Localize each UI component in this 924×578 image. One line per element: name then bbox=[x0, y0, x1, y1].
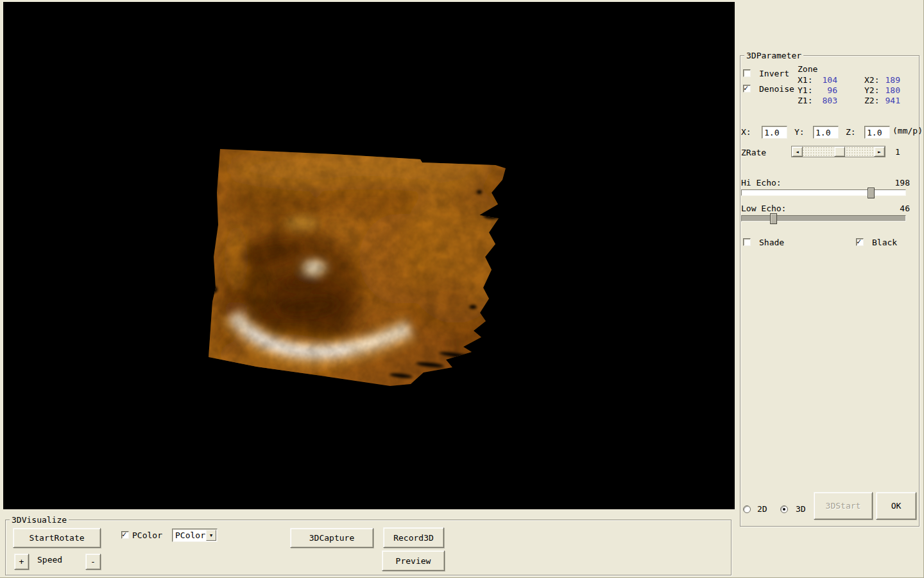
z-scale-input[interactable] bbox=[864, 126, 890, 139]
3dstart-button[interactable]: 3DStart bbox=[814, 492, 873, 520]
parameter-panel: 3DParameter Invert Denoise Zone X1: 104 … bbox=[736, 0, 924, 578]
zone-y1-label: Y1: bbox=[798, 85, 812, 95]
mode-3d-label: 3D bbox=[796, 504, 806, 514]
zrate-scrollbar-thumb[interactable] bbox=[834, 146, 845, 157]
hi-echo-slider-track[interactable] bbox=[741, 189, 906, 196]
zone-z1-value: 803 bbox=[817, 96, 837, 105]
mode-2d-label: 2D bbox=[757, 504, 767, 514]
speed-label: Speed bbox=[37, 555, 62, 565]
zrate-label: ZRate bbox=[741, 148, 766, 157]
app-window: { "param_panel": { "title": "3DParameter… bbox=[0, 0, 924, 578]
zone-y2-value: 180 bbox=[881, 85, 900, 95]
zone-z1-label: Z1: bbox=[798, 96, 812, 105]
record3d-button[interactable]: Record3D bbox=[383, 527, 444, 548]
low-echo-slider-thumb[interactable] bbox=[770, 213, 777, 224]
zone-x1-label: X1: bbox=[798, 75, 812, 85]
zone-z2-label: Z2: bbox=[864, 96, 879, 105]
low-echo-value: 46 bbox=[890, 204, 910, 213]
ok-button[interactable]: OK bbox=[876, 492, 916, 520]
zrate-right-arrow-icon[interactable]: ► bbox=[874, 146, 885, 157]
black-label: Black bbox=[872, 238, 897, 247]
x-scale-label: X: bbox=[741, 127, 751, 137]
mode-2d-radio[interactable] bbox=[743, 505, 751, 513]
pcolor-dropdown[interactable]: PColor ▼ bbox=[172, 529, 218, 542]
black-checkbox[interactable] bbox=[856, 238, 864, 246]
zrate-value: 1 bbox=[895, 147, 900, 157]
y-scale-input[interactable] bbox=[813, 126, 839, 139]
scale-unit-label: (mm/p) bbox=[893, 126, 923, 136]
zone-title: Zone bbox=[798, 64, 817, 74]
denoise-checkbox[interactable] bbox=[743, 85, 751, 92]
zone-y2-label: Y2: bbox=[864, 85, 879, 95]
3dcapture-button[interactable]: 3DCapture bbox=[290, 528, 373, 548]
dropdown-arrow-icon[interactable]: ▼ bbox=[206, 530, 216, 541]
zone-y1-value: 96 bbox=[817, 85, 837, 95]
ultrasound-3d-render bbox=[205, 143, 520, 397]
mode-3d-radio[interactable] bbox=[780, 505, 788, 513]
invert-checkbox[interactable] bbox=[743, 69, 751, 77]
zone-x2-value: 189 bbox=[881, 75, 900, 85]
denoise-label: Denoise bbox=[759, 84, 794, 94]
zone-x1-value: 104 bbox=[817, 75, 837, 85]
hi-echo-slider-thumb[interactable] bbox=[868, 188, 875, 198]
x-scale-input[interactable] bbox=[762, 126, 787, 139]
visualize-panel: 3DVisualize StartRotate PColor PColor ▼ … bbox=[0, 509, 736, 578]
low-echo-slider-track[interactable] bbox=[741, 215, 906, 222]
shade-label: Shade bbox=[759, 238, 784, 247]
hi-echo-label: Hi Echo: bbox=[741, 178, 782, 188]
visualize-group-title: 3DVisualize bbox=[10, 515, 69, 525]
zrate-scrollbar[interactable]: ◄ ► bbox=[791, 146, 886, 157]
pcolor-label: PColor bbox=[132, 530, 162, 540]
shade-checkbox[interactable] bbox=[743, 238, 751, 246]
invert-label: Invert bbox=[759, 69, 789, 78]
low-echo-label: Low Echo: bbox=[741, 204, 786, 213]
zone-x2-label: X2: bbox=[864, 75, 879, 85]
pcolor-checkbox[interactable] bbox=[121, 531, 129, 539]
speed-plus-button[interactable]: + bbox=[14, 554, 29, 570]
preview-button[interactable]: Preview bbox=[382, 550, 445, 571]
hi-echo-value: 198 bbox=[890, 178, 910, 188]
z-scale-label: Z: bbox=[846, 127, 856, 137]
start-rotate-button[interactable]: StartRotate bbox=[13, 528, 101, 548]
render-viewport[interactable] bbox=[3, 2, 735, 509]
zrate-left-arrow-icon[interactable]: ◄ bbox=[792, 146, 803, 157]
pcolor-dropdown-value: PColor bbox=[175, 530, 205, 541]
parameter-group-title: 3DParameter bbox=[744, 51, 803, 60]
zone-z2-value: 941 bbox=[881, 96, 900, 105]
y-scale-label: Y: bbox=[794, 127, 805, 137]
speed-minus-button[interactable]: - bbox=[85, 554, 101, 570]
